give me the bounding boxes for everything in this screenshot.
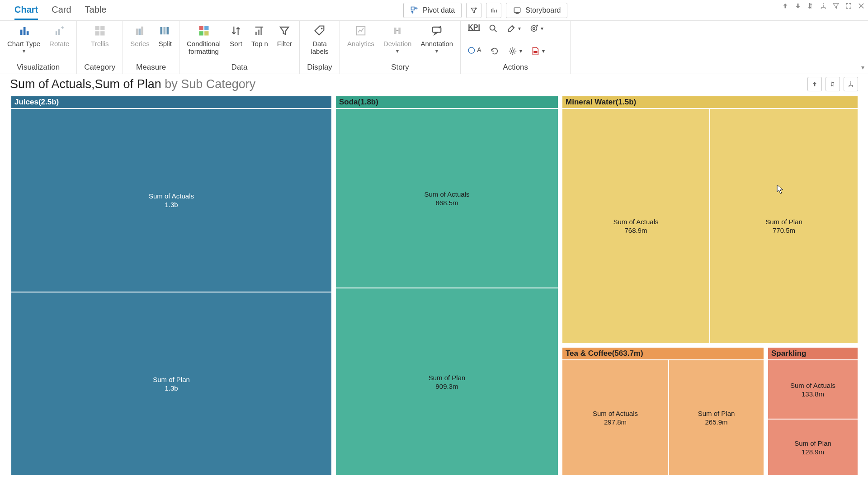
treemap-node-tea[interactable]: Tea & Coffee(563.7m) Sum of Actuals 297.… bbox=[562, 347, 764, 476]
rotate-button[interactable]: Rotate bbox=[49, 24, 69, 47]
leaf-label: Sum of Plan bbox=[429, 374, 466, 382]
top-tabbar: Chart Card Table Pivot data Storyboard bbox=[0, 0, 868, 21]
filter-outline-icon[interactable] bbox=[832, 2, 840, 10]
svg-rect-12 bbox=[136, 28, 138, 35]
tab-table[interactable]: Table bbox=[85, 1, 107, 20]
svg-rect-24 bbox=[261, 28, 263, 35]
treemap-leaf-soda-plan[interactable]: Sum of Plan 909.3m bbox=[335, 288, 558, 476]
svg-rect-23 bbox=[258, 30, 260, 35]
analytics-button[interactable]: Analytics bbox=[347, 24, 374, 47]
data-labels-button[interactable]: Data labels bbox=[311, 24, 328, 56]
group-label-actions: Actions bbox=[503, 62, 528, 72]
treemap-node-juices[interactable]: Juices(2.5b) Sum of Actuals 1.3b Sum of … bbox=[11, 96, 332, 476]
svg-rect-20 bbox=[199, 31, 203, 35]
analytics-icon bbox=[354, 24, 367, 38]
arrow-up-icon[interactable] bbox=[781, 2, 789, 10]
topn-button[interactable]: Top n bbox=[251, 24, 268, 47]
leaf-label: Sum of Actuals bbox=[149, 192, 194, 200]
annotation-button[interactable]: Annotation ▾ bbox=[420, 24, 453, 55]
search-icon bbox=[488, 24, 498, 33]
hierarchy-button[interactable] bbox=[844, 77, 858, 91]
sort-swap-icon[interactable] bbox=[807, 2, 815, 10]
group-label-story: Story bbox=[391, 62, 409, 72]
leaf-value: 770.5m bbox=[773, 226, 795, 234]
tag-icon bbox=[313, 24, 326, 38]
gear-plus-button[interactable]: ▾ bbox=[529, 24, 543, 33]
series-button[interactable]: Series bbox=[130, 24, 150, 47]
svg-rect-21 bbox=[204, 31, 208, 35]
treemap-chart[interactable]: Juices(2.5b) Sum of Actuals 1.3b Sum of … bbox=[11, 96, 858, 476]
group-label-display: Display bbox=[307, 62, 332, 72]
refresh-icon bbox=[490, 46, 500, 56]
deviation-button[interactable]: Deviation ▾ bbox=[383, 24, 412, 55]
leaf-value: 1.3b bbox=[165, 201, 178, 208]
svg-rect-2 bbox=[514, 8, 520, 12]
refresh-button[interactable] bbox=[490, 46, 500, 56]
sort-swap-button[interactable] bbox=[826, 77, 840, 91]
svg-rect-9 bbox=[100, 26, 104, 30]
drill-up-button[interactable] bbox=[807, 77, 822, 91]
treemap-leaf-soda-actuals[interactable]: Sum of Actuals 868.5m bbox=[335, 108, 558, 288]
treemap-leaf-juices-actuals[interactable]: Sum of Actuals 1.3b bbox=[11, 108, 332, 292]
storyboard-icon bbox=[513, 6, 522, 15]
treemap-node-mineral[interactable]: Mineral Water(1.5b) Sum of Actuals 768.9… bbox=[562, 96, 858, 344]
pivot-data-label: Pivot data bbox=[423, 6, 455, 14]
auto-a-button[interactable]: ◯A bbox=[468, 46, 481, 53]
group-story: Analytics Deviation ▾ Annotation ▾ Story bbox=[340, 21, 461, 74]
pivot-data-button[interactable]: Pivot data bbox=[403, 3, 462, 18]
split-button[interactable]: Split bbox=[159, 24, 172, 47]
group-actions: KPI ▾ ▾ ◯A ▾ ▾ Actions bbox=[461, 21, 571, 74]
tab-chart[interactable]: Chart bbox=[14, 1, 38, 20]
conditional-formatting-button[interactable]: Conditional formatting bbox=[187, 24, 221, 56]
kpi-button[interactable]: KPI bbox=[468, 24, 480, 32]
rank-button[interactable] bbox=[486, 3, 501, 18]
leaf-label: Sum of Actuals bbox=[790, 382, 835, 389]
trellis-button[interactable]: Trellis bbox=[91, 24, 108, 47]
hierarchy-icon bbox=[847, 80, 854, 88]
chart-type-icon bbox=[18, 24, 30, 38]
topn-label: Top n bbox=[251, 40, 268, 47]
svg-rect-22 bbox=[255, 32, 257, 35]
svg-rect-19 bbox=[204, 26, 208, 30]
pivot-icon bbox=[410, 6, 419, 15]
tab-card[interactable]: Card bbox=[52, 1, 71, 20]
treemap-node-soda[interactable]: Soda(1.8b) Sum of Actuals 868.5m Sum of … bbox=[335, 96, 558, 476]
hierarchy-icon[interactable] bbox=[819, 2, 827, 10]
svg-rect-6 bbox=[56, 31, 57, 35]
svg-rect-4 bbox=[23, 27, 25, 35]
expand-icon[interactable] bbox=[844, 2, 853, 10]
svg-rect-10 bbox=[95, 31, 99, 35]
annotation-label: Annotation bbox=[420, 40, 453, 47]
svg-point-30 bbox=[490, 25, 495, 30]
treemap-leaf-juices-plan[interactable]: Sum of Plan 1.3b bbox=[11, 292, 332, 476]
svg-rect-27 bbox=[394, 28, 396, 34]
ribbon-collapse-button[interactable]: ▾ bbox=[861, 64, 864, 71]
gear-plus-icon bbox=[529, 24, 539, 33]
sort-button[interactable]: Sort bbox=[230, 24, 242, 47]
settings-button[interactable]: ▾ bbox=[508, 46, 522, 56]
treemap-leaf-mineral-actuals[interactable]: Sum of Actuals 768.9m bbox=[562, 108, 710, 344]
funnel-button[interactable] bbox=[466, 3, 481, 18]
treemap-leaf-sparkling-actuals[interactable]: Sum of Actuals 133.8m bbox=[768, 360, 858, 419]
window-tool-strip bbox=[781, 2, 865, 10]
search-button[interactable] bbox=[488, 24, 498, 33]
close-icon[interactable] bbox=[857, 2, 865, 10]
filter-button[interactable]: Filter bbox=[277, 24, 292, 47]
storyboard-button[interactable]: Storyboard bbox=[506, 3, 567, 18]
rotate-label: Rotate bbox=[49, 40, 69, 47]
treemap-node-sparkling[interactable]: Sparkling Water(262.7m) Sum of Actuals 1… bbox=[768, 347, 858, 476]
leaf-value: 297.8m bbox=[604, 418, 627, 426]
chart-type-button[interactable]: Chart Type ▾ bbox=[7, 24, 40, 55]
treemap-leaf-tea-actuals[interactable]: Sum of Actuals 297.8m bbox=[562, 360, 669, 476]
paint-button[interactable]: ▾ bbox=[506, 24, 521, 33]
export-pdf-button[interactable]: ▾ bbox=[530, 46, 545, 56]
treemap-leaf-tea-plan[interactable]: Sum of Plan 265.9m bbox=[669, 360, 764, 476]
arrow-up-icon bbox=[811, 80, 818, 88]
leaf-label: Sum of Actuals bbox=[424, 190, 469, 198]
treemap-leaf-mineral-plan[interactable]: Sum of Plan 770.5m bbox=[710, 108, 858, 344]
treemap-leaf-sparkling-plan[interactable]: Sum of Plan 128.9m bbox=[768, 419, 858, 476]
group-label-data: Data bbox=[231, 62, 248, 72]
arrow-down-icon[interactable] bbox=[794, 2, 802, 10]
svg-rect-8 bbox=[95, 26, 99, 30]
chevron-down-icon: ▾ bbox=[435, 48, 438, 55]
